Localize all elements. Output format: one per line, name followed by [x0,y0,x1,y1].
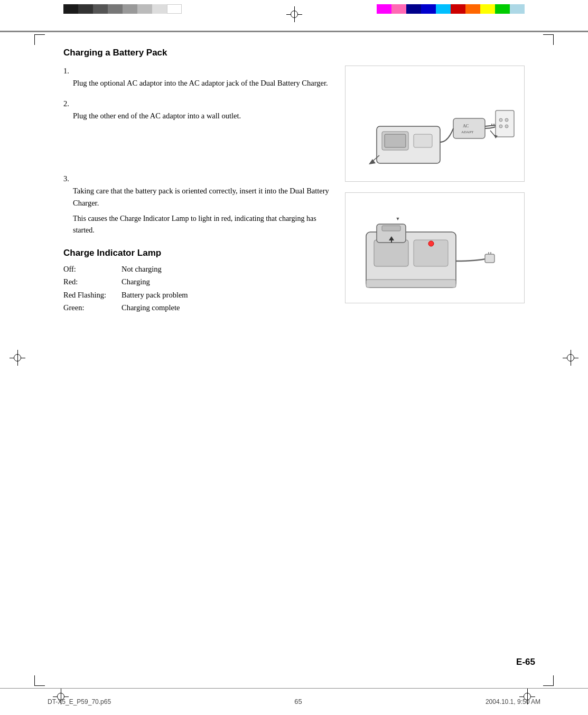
indicator-row-red: Red: Charging [63,275,329,289]
step-3-note: This causes the Charge Indicator Lamp to… [73,213,329,236]
svg-text:▼: ▼ [396,216,400,221]
svg-text:ADAPT: ADAPT [461,130,474,134]
svg-rect-21 [382,226,400,231]
illustration-2: ▼ [350,195,519,301]
crosshair-top-center [286,6,302,22]
main-content: Charging a Battery Pack 1. Plug the opti… [63,48,525,673]
indicator-value-red-flashing: Battery pack problem [122,289,188,302]
crosshair-right [563,350,578,366]
image-box-2: ▼ [345,192,525,303]
step-3: 3. Taking care that the battery pack is … [63,173,329,236]
page-number: E-65 [516,657,535,667]
step-2: 2. Plug the other end of the AC adaptor … [63,98,329,122]
illustration-1: AC ADAPT [350,68,519,179]
step-1-text: Plug the optional AC adaptor into the AC… [73,77,329,89]
indicator-section: Charge Indicator Lamp Off: Not charging … [63,248,329,315]
svg-point-12 [505,118,508,122]
step-1: 1. Plug the optional AC adaptor into the… [63,66,329,89]
crosshair-bottom-right [519,689,535,704]
step-3-text: Taking care that the battery pack is ori… [73,185,329,209]
text-column: 1. Plug the optional AC adaptor into the… [63,66,329,314]
svg-rect-26 [485,254,494,263]
svg-rect-2 [414,134,432,147]
indicator-value-green: Charging complete [122,301,180,314]
indicator-label-red: Red: [63,275,122,289]
indicator-row-red-flashing: Red Flashing: Battery pack problem [63,289,329,302]
bottom-rule [0,688,588,689]
svg-rect-18 [374,240,408,266]
svg-text:AC: AC [463,124,469,128]
indicator-label-green: Green: [63,301,122,314]
corner-mark-bl [34,675,45,686]
color-bar-right [377,4,525,14]
svg-rect-3 [385,134,406,147]
indicator-table: Off: Not charging Red: Charging Red Flas… [63,263,329,315]
svg-point-10 [499,118,502,122]
step-3-number: 3. [63,174,69,183]
svg-point-13 [505,125,508,128]
indicator-label-red-flashing: Red Flashing: [63,289,122,302]
step-1-number: 1. [63,67,69,75]
svg-rect-25 [366,280,456,287]
image-column: AC ADAPT [345,66,525,314]
image-box-1: AC ADAPT [345,66,525,182]
indicator-row-green: Green: Charging complete [63,301,329,314]
corner-mark-br [543,675,554,686]
indicator-value-off: Not charging [122,263,162,276]
svg-point-11 [499,125,502,128]
crosshair-left [10,350,25,366]
svg-rect-6 [453,118,485,138]
svg-point-24 [428,241,434,246]
indicator-title: Charge Indicator Lamp [63,248,329,258]
indicator-label-off: Off: [63,263,122,276]
section-title: Charging a Battery Pack [63,48,525,58]
footer-center: 65 [294,698,302,705]
color-bar-left [63,4,182,14]
svg-rect-9 [496,110,514,137]
content-body: 1. Plug the optional AC adaptor into the… [63,66,525,314]
top-rule [0,31,588,32]
step-2-number: 2. [63,99,69,108]
indicator-row-off: Off: Not charging [63,263,329,276]
corner-mark-tr [543,34,554,45]
crosshair-bottom-left [53,689,69,704]
footer: DT-X5_E_P59_70.p65 65 2004.10.1, 9:50 AM [0,698,588,705]
indicator-value-red: Charging [122,275,150,289]
step-2-text: Plug the other end of the AC adaptor int… [73,110,329,122]
top-bar [0,0,588,32]
corner-mark-tl [34,34,45,45]
